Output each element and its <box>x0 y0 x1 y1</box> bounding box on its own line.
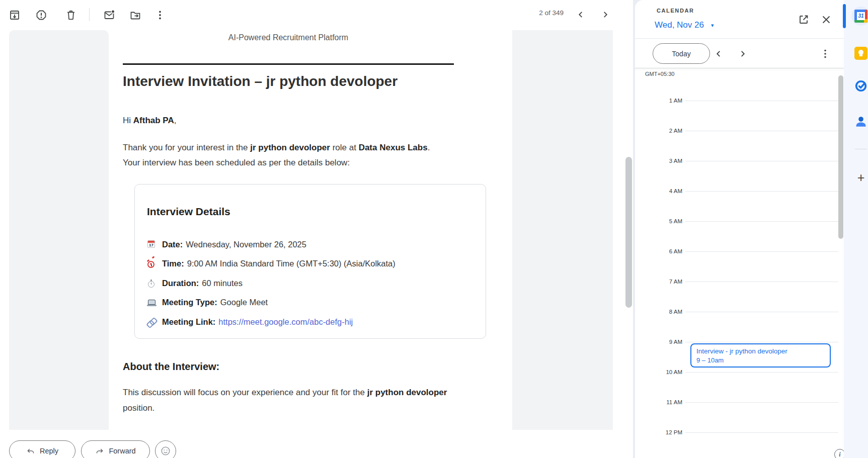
text: role at <box>330 143 359 152</box>
google-contacts-rail-button[interactable] <box>854 115 867 128</box>
detail-row: Meeting Link:https://meet.google.com/abc… <box>147 312 474 332</box>
panel-header-divider <box>635 38 844 39</box>
text: position. <box>123 403 154 413</box>
kebab-menu-icon <box>819 48 831 60</box>
reply-label: Reply <box>40 447 58 455</box>
event-time: 9 – 10am <box>696 356 825 365</box>
google-tasks-icon <box>854 86 867 94</box>
hour-label: 3 AM <box>635 157 682 164</box>
hour-label: 11 AM <box>635 399 682 406</box>
add-reaction-button[interactable] <box>155 440 176 458</box>
email-platform-title: AI-Powered Recruitment Platform <box>123 33 454 42</box>
close-panel-button[interactable] <box>820 14 832 26</box>
active-app-indicator <box>843 4 846 28</box>
hour-gridline <box>685 432 838 433</box>
google-tasks-rail-button[interactable] <box>854 79 867 93</box>
move-to-button[interactable] <box>129 9 142 22</box>
get-add-ons-button[interactable]: + <box>854 171 867 184</box>
mark-unread-button[interactable] <box>103 9 116 22</box>
reply-arrow-icon <box>26 446 35 455</box>
interview-details-card: Interview Details Date:Wednesday, Novemb… <box>134 184 486 339</box>
email-message-body: AI-Powered Recruitment Platform Intervie… <box>109 30 512 430</box>
timezone-label: GMT+05:30 <box>645 71 674 77</box>
calendar-options-button[interactable] <box>819 48 831 60</box>
detail-label: Time: <box>162 259 184 268</box>
email-intro-paragraph: Thank you for your interest in the jr py… <box>123 140 447 170</box>
previous-day-button[interactable] <box>713 48 724 59</box>
calendar-date-label: Wed, Nov 26 <box>655 20 704 30</box>
bold-text: Afthab PA <box>133 116 174 125</box>
about-interview-heading: About the Interview: <box>123 361 219 373</box>
calendar-event-chip[interactable]: Interview - jr python devoloper 9 – 10am <box>690 343 831 368</box>
text: Thank you for your interest in the <box>123 143 250 152</box>
open-in-new-icon <box>798 14 810 26</box>
archive-button[interactable] <box>9 9 22 22</box>
delete-button[interactable] <box>65 9 78 22</box>
bold-text: jr python devoloper <box>367 388 447 397</box>
detail-value: 9:00 AM India Standard Time (GMT+5:30) (… <box>187 259 396 268</box>
header-rule <box>123 63 454 65</box>
smiley-icon <box>160 445 171 456</box>
hour-gridline <box>685 131 838 131</box>
hour-gridline <box>685 251 838 252</box>
google-contacts-icon <box>854 122 867 129</box>
previous-email-button[interactable] <box>575 8 588 21</box>
hour-label: 6 AM <box>635 248 682 255</box>
email-pagination-count: 2 of 349 <box>523 9 564 17</box>
mark-unread-icon <box>103 9 116 21</box>
open-in-new-tab-button[interactable] <box>798 14 810 26</box>
chevron-right-icon <box>600 9 613 20</box>
today-button[interactable]: Today <box>653 43 710 64</box>
next-email-button[interactable] <box>600 8 613 21</box>
detail-value: Google Meet <box>220 298 268 307</box>
hour-label: 8 AM <box>635 308 682 315</box>
gmail-window: 2 of 349 AI-Powered Recruitment Platform… <box>0 0 868 458</box>
close-icon <box>820 14 832 26</box>
interview-details-heading: Interview Details <box>147 206 230 218</box>
report-spam-icon <box>35 9 48 21</box>
hour-label: 7 AM <box>635 278 682 285</box>
text: This discussion will focus on your exper… <box>123 388 367 397</box>
reply-button[interactable]: Reply <box>9 440 75 458</box>
forward-arrow-icon <box>95 446 104 455</box>
collapsed-email-list-panel <box>9 30 109 430</box>
hour-gridline <box>685 282 838 282</box>
hour-label: 12 PM <box>635 429 682 436</box>
detail-row: Date:Wednesday, November 26, 2025 <box>147 235 474 254</box>
hour-gridline <box>685 372 838 373</box>
chevron-right-icon <box>737 48 748 59</box>
next-day-button[interactable] <box>737 48 748 59</box>
hour-label: 9 AM <box>635 338 682 345</box>
forward-button[interactable]: Forward <box>81 440 150 458</box>
email-scrollbar-thumb[interactable] <box>625 157 632 308</box>
hour-gridline <box>685 191 838 192</box>
google-calendar-rail-button[interactable]: 31 <box>854 10 867 23</box>
email-subject-heading: Interview Invitation – jr python devolop… <box>123 72 485 90</box>
bold-text: Data Nexus Labs <box>359 143 428 152</box>
calendar-date-dropdown[interactable]: Wed, Nov 26 ▾ <box>655 20 714 30</box>
alarm-clock-emoji <box>147 259 157 268</box>
link-emoji <box>147 317 157 326</box>
detail-label: Meeting Type: <box>162 298 217 307</box>
detail-value: 60 minutes <box>202 279 243 288</box>
hour-gridline <box>685 221 838 222</box>
hour-label: 10 AM <box>635 369 682 376</box>
detail-label: Meeting Link: <box>162 317 215 327</box>
report-spam-button[interactable] <box>35 9 48 22</box>
hour-label: 1 AM <box>635 97 682 104</box>
hour-gridline <box>685 101 838 101</box>
stopwatch-emoji <box>147 279 157 288</box>
reading-pane-gutter <box>512 30 613 430</box>
forward-label: Forward <box>109 447 135 455</box>
email-toolbar: 2 of 349 <box>0 0 633 30</box>
google-keep-rail-button[interactable] <box>854 47 867 60</box>
text: Hi <box>123 116 133 125</box>
event-title: Interview - jr python devoloper <box>696 346 825 356</box>
detail-row: Time:9:00 AM India Standard Time (GMT+5:… <box>147 254 474 274</box>
calendar-scrollbar-thumb[interactable] <box>838 75 843 239</box>
chevron-left-icon <box>575 9 588 20</box>
more-options-button[interactable] <box>154 9 167 22</box>
meeting-link[interactable]: https://meet.google.com/abc-defg-hij <box>218 317 353 327</box>
kebab-menu-icon <box>154 9 167 21</box>
hour-label: 4 AM <box>635 188 682 195</box>
